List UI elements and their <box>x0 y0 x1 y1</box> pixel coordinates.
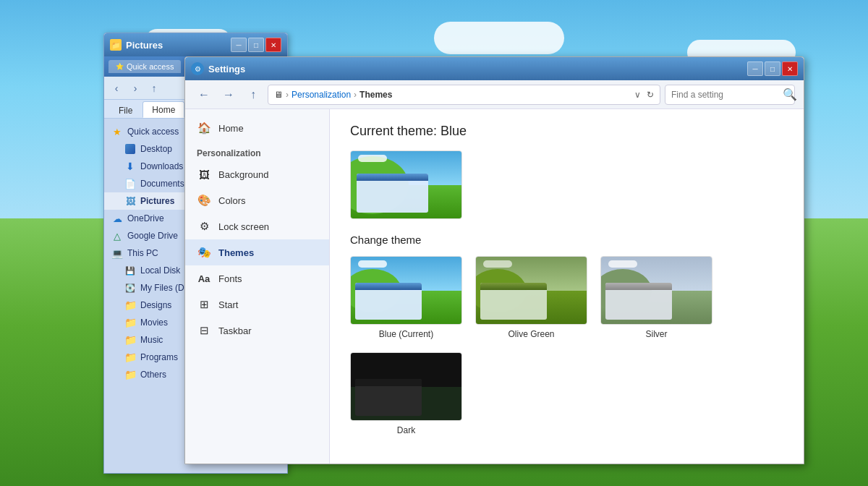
settings-nav-colors[interactable]: 🎨 Colors <box>185 187 329 213</box>
ribbon-tab-file[interactable]: File <box>110 103 141 118</box>
cloud-decoration <box>434 22 564 54</box>
fe-minimize-button[interactable]: ─ <box>231 38 247 52</box>
movies-folder-icon: 📁 <box>124 317 136 328</box>
file-explorer-titlebar: 📁 Pictures ─ □ ✕ <box>104 33 287 56</box>
settings-nav-start[interactable]: ⊞ Start <box>185 291 329 317</box>
settings-start-label: Start <box>218 299 238 310</box>
settings-nav-background[interactable]: 🖼 Background <box>185 161 329 187</box>
settings-personalization-header: Personalization <box>185 141 329 161</box>
designs-folder-icon: 📁 <box>124 299 136 311</box>
settings-titlebar: ⚙ Settings ─ □ ✕ <box>185 57 804 80</box>
settings-background-label: Background <box>218 169 268 180</box>
others-folder-icon: 📁 <box>124 369 136 380</box>
current-theme-title: Current theme: Blue <box>350 124 783 139</box>
theme-olive-preview[interactable] <box>475 256 587 325</box>
settings-nav-fonts[interactable]: Aa Fonts <box>185 265 329 291</box>
breadcrumb-sep1: › <box>286 90 289 100</box>
theme-blue-item[interactable]: Blue (Current) <box>350 256 462 339</box>
preview-clouds <box>358 155 387 162</box>
settings-content: 🏠 Home Personalization 🖼 Background 🎨 Co… <box>185 109 804 464</box>
sidebar-my-files-label: My Files (D <box>140 283 184 293</box>
up-button[interactable]: ↑ <box>146 80 162 96</box>
breadcrumb-pc-icon: 🖥 <box>274 90 283 100</box>
fonts-icon: Aa <box>197 271 211 286</box>
settings-close-button[interactable]: ✕ <box>782 61 798 76</box>
settings-nav-lock-screen[interactable]: ⚙ Lock screen <box>185 213 329 239</box>
sidebar-this-pc-label: This PC <box>127 248 158 258</box>
downloads-icon: ⬇ <box>124 161 136 172</box>
settings-up-button[interactable]: ↑ <box>243 85 263 105</box>
current-theme-preview[interactable] <box>350 150 462 219</box>
theme-silver-preview[interactable] <box>600 256 712 325</box>
music-folder-icon: 📁 <box>124 334 136 346</box>
settings-nav-themes[interactable]: 🎭 Themes <box>185 239 329 265</box>
theme-blue-preview[interactable] <box>350 256 462 325</box>
taskbar-icon: ⊟ <box>197 323 211 338</box>
forward-button[interactable]: › <box>127 80 143 96</box>
settings-lock-screen-label: Lock screen <box>218 221 269 232</box>
settings-title: Settings <box>208 64 747 74</box>
file-explorer-controls: ─ □ ✕ <box>231 38 281 52</box>
breadcrumb-personalization[interactable]: Personalization <box>292 90 351 100</box>
back-button[interactable]: ‹ <box>109 80 124 96</box>
settings-minimize-button[interactable]: ─ <box>747 61 763 76</box>
settings-maximize-button[interactable]: □ <box>765 61 780 76</box>
onedrive-icon: ☁ <box>111 213 123 224</box>
themes-grid: Blue (Current) <box>350 256 783 435</box>
sidebar-movies-label: Movies <box>140 317 168 328</box>
settings-title-icon: ⚙ <box>191 62 204 75</box>
sidebar-downloads-label: Downloads <box>140 161 183 171</box>
themes-icon: 🎭 <box>197 245 211 260</box>
sidebar-onedrive-label: OneDrive <box>127 213 164 223</box>
start-icon: ⊞ <box>197 297 211 312</box>
preview-window <box>357 174 428 213</box>
settings-search-input[interactable] <box>671 90 780 100</box>
quick-access-star-icon: ⭐ <box>116 63 124 70</box>
theme-dark-label: Dark <box>397 425 415 435</box>
search-icon: 🔍 <box>783 88 797 101</box>
sidebar-designs-label: Designs <box>140 300 171 310</box>
change-theme-heading: Change theme <box>350 234 783 246</box>
settings-search-box[interactable]: 🔍 <box>665 85 795 105</box>
breadcrumb-themes: Themes <box>359 90 392 100</box>
gdrive-icon: △ <box>111 230 123 242</box>
theme-silver-item[interactable]: Silver <box>600 256 712 339</box>
lock-screen-icon: ⚙ <box>197 219 211 234</box>
local-disk-icon: 💾 <box>124 265 136 276</box>
settings-nav-home[interactable]: 🏠 Home <box>185 115 329 141</box>
quick-access-icon: ★ <box>111 126 123 137</box>
settings-window: ⚙ Settings ─ □ ✕ ← → ↑ 🖥 › Personalizati… <box>184 56 804 464</box>
file-explorer-icon: 📁 <box>110 39 122 51</box>
fe-close-button[interactable]: ✕ <box>265 38 281 52</box>
settings-forward-button[interactable]: → <box>218 85 239 105</box>
breadcrumb-dropdown-icon[interactable]: ∨ <box>634 90 641 100</box>
current-theme-artwork <box>351 151 461 218</box>
theme-silver-label: Silver <box>645 329 667 339</box>
settings-breadcrumb[interactable]: 🖥 › Personalization › Themes ∨ ↻ <box>268 85 660 105</box>
breadcrumb-refresh-icon[interactable]: ↻ <box>647 90 654 100</box>
tab-quick-access[interactable]: ⭐ Quick access <box>109 60 181 73</box>
settings-home-label: Home <box>218 123 244 134</box>
theme-olive-label: Olive Green <box>508 329 554 339</box>
sidebar-music-label: Music <box>140 335 163 345</box>
sidebar-gdrive-label: Google Drive <box>127 231 178 241</box>
settings-main-content: Current theme: Blue Change theme <box>330 109 804 464</box>
settings-fonts-label: Fonts <box>218 273 242 284</box>
quick-access-label: Quick access <box>127 127 179 137</box>
tab-quick-access-label: Quick access <box>127 62 174 71</box>
home-icon: 🏠 <box>197 121 211 135</box>
theme-dark-item[interactable]: Dark <box>350 352 462 435</box>
fe-maximize-button[interactable]: □ <box>248 38 264 52</box>
theme-dark-preview[interactable] <box>350 352 462 421</box>
settings-colors-label: Colors <box>218 195 246 206</box>
settings-back-button[interactable]: ← <box>194 85 214 105</box>
breadcrumb-sep2: › <box>354 90 357 100</box>
file-explorer-title: Pictures <box>126 40 231 51</box>
settings-nav-taskbar[interactable]: ⊟ Taskbar <box>185 317 329 344</box>
sidebar-documents-label: Documents <box>140 179 184 189</box>
ribbon-tab-home[interactable]: Home <box>142 101 184 118</box>
settings-controls: ─ □ ✕ <box>747 61 798 76</box>
background-icon: 🖼 <box>197 167 211 182</box>
sidebar-local-disk-label: Local Disk <box>140 265 180 276</box>
theme-olive-item[interactable]: Olive Green <box>475 256 587 339</box>
